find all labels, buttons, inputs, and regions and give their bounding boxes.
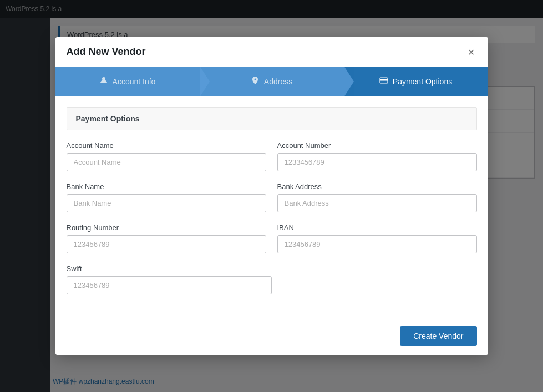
bank-name-label: Bank Name (67, 182, 266, 191)
bank-name-group: Bank Name (67, 182, 266, 212)
modal-footer: Create Vendor (55, 317, 488, 355)
step-address-label: Address (264, 77, 292, 86)
iban-group: IBAN (277, 223, 477, 253)
svg-rect-2 (380, 79, 388, 81)
account-info-icon (99, 76, 108, 87)
form-row-4: Swift (67, 264, 272, 294)
account-name-label: Account Name (67, 141, 266, 150)
section-title: Payment Options (67, 107, 477, 130)
payment-options-icon (379, 76, 388, 87)
step-navigation: Account Info Address Payment Options (55, 67, 488, 96)
modal-close-button[interactable]: × (466, 47, 477, 58)
modal-overlay: Add New Vendor × Account Info (0, 0, 543, 392)
form-row-2: Bank Name Bank Address (67, 182, 477, 212)
modal-dialog: Add New Vendor × Account Info (55, 37, 488, 355)
account-name-input[interactable] (67, 153, 266, 171)
account-number-input[interactable] (277, 153, 477, 171)
bank-address-label: Bank Address (277, 182, 477, 191)
create-vendor-button[interactable]: Create Vendor (400, 326, 476, 346)
modal-header: Add New Vendor × (55, 37, 488, 67)
routing-number-input[interactable] (67, 235, 266, 253)
account-number-group: Account Number (277, 141, 477, 171)
modal-body: Payment Options Account Name Account Num… (55, 96, 488, 317)
account-number-label: Account Number (277, 141, 477, 150)
bank-address-group: Bank Address (277, 182, 477, 212)
account-name-group: Account Name (67, 141, 266, 171)
bank-name-input[interactable] (67, 194, 266, 212)
form-row-3: Routing Number IBAN (67, 223, 477, 253)
bank-address-input[interactable] (277, 194, 477, 212)
iban-label: IBAN (277, 223, 477, 232)
step-payment-options-label: Payment Options (393, 77, 452, 86)
modal-title: Add New Vendor (67, 46, 146, 58)
step-payment-options[interactable]: Payment Options (344, 67, 488, 96)
routing-number-group: Routing Number (67, 223, 266, 253)
iban-input[interactable] (277, 235, 477, 253)
step-account-info[interactable]: Account Info (55, 67, 200, 96)
step-address[interactable]: Address (200, 67, 344, 96)
swift-group: Swift (67, 264, 272, 294)
form-row-1: Account Name Account Number (67, 141, 477, 171)
routing-number-label: Routing Number (67, 223, 266, 232)
step-account-info-label: Account Info (113, 77, 156, 86)
address-icon (251, 76, 260, 87)
swift-label: Swift (67, 264, 272, 273)
swift-input[interactable] (67, 276, 272, 294)
